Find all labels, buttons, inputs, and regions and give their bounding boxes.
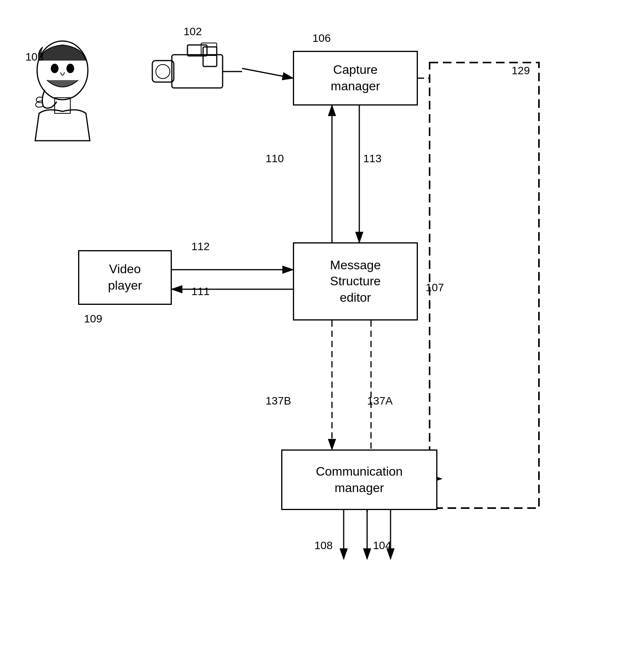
capture-manager-label: Capturemanager (331, 62, 380, 94)
label-103: 103 (25, 51, 44, 63)
label-109: 109 (84, 313, 102, 325)
video-player-label: Videoplayer (108, 261, 142, 294)
label-111: 111 (191, 285, 210, 298)
svg-rect-10 (430, 63, 539, 508)
svg-point-26 (156, 64, 170, 79)
label-106: 106 (312, 32, 331, 45)
message-structure-editor-label: MessageStructureeditor (330, 257, 381, 306)
label-108: 108 (314, 539, 333, 552)
camera-illustration (148, 39, 242, 102)
label-129: 129 (512, 64, 530, 77)
label-104: 104 (373, 539, 391, 552)
svg-point-21 (51, 64, 59, 73)
communication-manager-label: Communicationmanager (316, 464, 403, 496)
communication-manager-box: Communicationmanager (281, 449, 437, 510)
capture-manager-box: Capturemanager (293, 51, 418, 106)
label-110: 110 (266, 152, 284, 165)
label-113: 113 (363, 152, 382, 165)
svg-point-22 (66, 64, 74, 73)
label-137B: 137B (266, 395, 291, 407)
video-player-box: Videoplayer (78, 250, 172, 305)
svg-line-3 (242, 68, 293, 78)
label-112: 112 (191, 240, 210, 253)
svg-rect-28 (203, 47, 217, 66)
label-102: 102 (184, 25, 202, 38)
svg-rect-24 (172, 55, 223, 88)
message-structure-editor-box: MessageStructureeditor (293, 242, 418, 320)
label-107: 107 (426, 281, 444, 294)
label-137A: 137A (367, 395, 392, 407)
diagram-container: Capturemanager MessageStructureeditor Vi… (0, 0, 644, 657)
